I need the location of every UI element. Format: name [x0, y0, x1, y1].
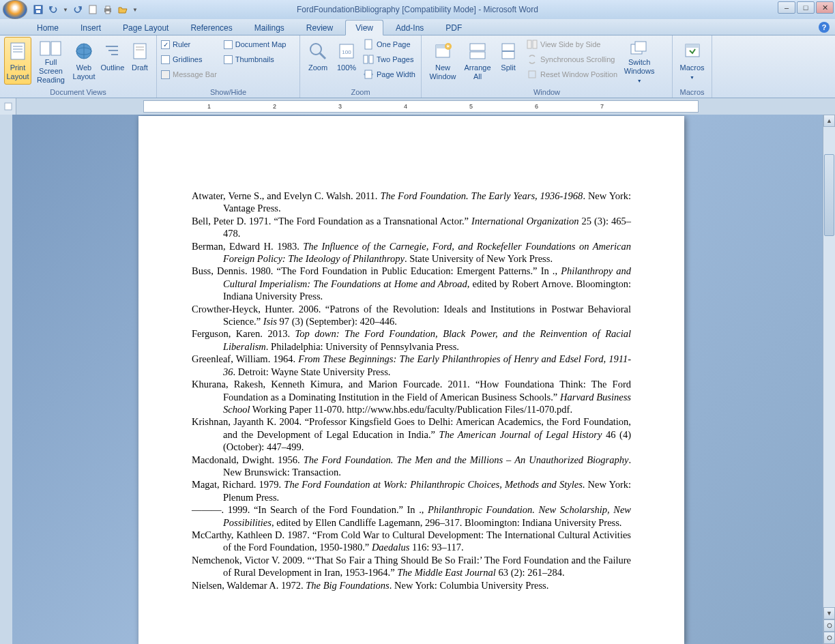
bibliography-entry[interactable]: McCarthy, Kathleen D. 1987. “From Cold W…: [192, 529, 631, 554]
undo-dropdown-icon[interactable]: ▼: [63, 7, 68, 13]
scroll-down-button[interactable]: ▼: [823, 607, 835, 619]
switch-windows-button[interactable]: Switch Windows ▼: [620, 37, 658, 85]
gridlines-checkbox[interactable]: Gridlines: [161, 52, 217, 67]
minimize-button[interactable]: –: [778, 1, 795, 14]
tab-addins[interactable]: Add-Ins: [386, 20, 433, 35]
document-map-checkbox[interactable]: Document Map: [224, 37, 287, 52]
switch-windows-label: Switch Windows ▼: [621, 58, 658, 85]
ruler-corner[interactable]: [0, 98, 16, 115]
tab-insert[interactable]: Insert: [71, 20, 111, 35]
bibliography-entry[interactable]: Magat, Richard. 1979. The Ford Foundatio…: [192, 478, 631, 503]
document-page[interactable]: Atwater, Verne S., and Evelyn C. Walsh. …: [138, 116, 684, 644]
page-width-button[interactable]: Page Width: [362, 67, 417, 82]
zoom-100-button[interactable]: 100 100%: [333, 37, 360, 85]
group-macros: Macros ▼ Macros: [673, 35, 712, 98]
tab-home[interactable]: Home: [27, 20, 68, 35]
side-by-side-icon: [527, 39, 538, 50]
web-layout-icon: [73, 40, 95, 62]
ribbon: Print Layout Full Screen Reading Web Lay…: [0, 35, 835, 98]
scroll-track[interactable]: [823, 127, 835, 607]
arrange-all-button[interactable]: Arrange All: [461, 37, 494, 85]
outline-button[interactable]: Outline: [99, 37, 126, 85]
scroll-thumb[interactable]: [824, 154, 834, 236]
web-layout-label: Web Layout: [71, 63, 97, 81]
split-label: Split: [501, 63, 515, 72]
svg-rect-39: [533, 40, 537, 48]
one-page-button[interactable]: One Page: [362, 37, 417, 52]
window-title: FordFoundationBibliography [Compatibilit…: [297, 5, 538, 14]
ruler-checkbox[interactable]: ✓Ruler: [161, 37, 217, 52]
close-button[interactable]: ✕: [816, 1, 834, 14]
print-layout-icon: [7, 40, 29, 62]
vertical-scrollbar[interactable]: ▲ ▼: [823, 115, 835, 644]
svg-rect-29: [365, 70, 372, 78]
full-screen-reading-button[interactable]: Full Screen Reading: [33, 37, 69, 85]
svg-rect-7: [11, 43, 25, 59]
svg-rect-19: [134, 44, 146, 59]
print-layout-button[interactable]: Print Layout: [4, 37, 31, 85]
help-icon[interactable]: ?: [819, 22, 830, 33]
bibliography-entry[interactable]: Atwater, Verne S., and Evelyn C. Walsh. …: [192, 190, 631, 215]
save-icon[interactable]: [33, 4, 44, 15]
macros-button[interactable]: Macros ▼: [677, 37, 707, 85]
group-label-document-views: Document Views: [0, 88, 156, 96]
svg-rect-27: [364, 55, 368, 63]
qat-customize-icon[interactable]: ▼: [132, 7, 138, 13]
print-icon[interactable]: [102, 4, 113, 15]
gridlines-label: Gridlines: [173, 55, 202, 63]
bibliography-entry[interactable]: Nielsen, Waldemar A. 1972. The Big Found…: [192, 579, 631, 591]
svg-point-47: [827, 636, 832, 640]
bibliography-entry[interactable]: Krishnan, Jayanth K. 2004. “Professor Ki…: [192, 415, 631, 453]
open-icon[interactable]: [117, 4, 128, 15]
zoom-button[interactable]: Zoom: [304, 37, 332, 85]
svg-line-23: [320, 53, 325, 59]
bibliography-entry[interactable]: Berman, Edward H. 1983. The Influence of…: [192, 240, 631, 265]
split-button[interactable]: Split: [495, 37, 521, 85]
horizontal-ruler[interactable]: 1234567: [143, 100, 699, 113]
bibliography-entry[interactable]: Greenleaf, William. 1964. From These Beg…: [192, 353, 631, 378]
previous-page-button[interactable]: [823, 619, 835, 632]
full-screen-label: Full Screen Reading: [33, 58, 68, 85]
web-layout-button[interactable]: Web Layout: [70, 37, 98, 85]
tab-review[interactable]: Review: [297, 20, 342, 35]
undo-icon[interactable]: [48, 4, 59, 15]
bibliography-entry[interactable]: Khurana, Rakesh, Kenneth Kimura, and Mar…: [192, 378, 631, 415]
bibliography-entry[interactable]: ———. 1999. “In Search of the Ford Founda…: [192, 503, 631, 529]
new-window-button[interactable]: ✶ New Window: [426, 37, 460, 85]
tab-references[interactable]: References: [181, 20, 241, 35]
macros-label: Macros ▼: [677, 63, 707, 81]
bibliography-entry[interactable]: Crowther-Heyck, Hunter. 2006. “Patrons o…: [192, 303, 631, 328]
full-screen-icon: [40, 40, 61, 57]
group-window: ✶ New Window Arrange All Split View Side…: [422, 35, 673, 98]
vertical-ruler[interactable]: [0, 115, 12, 644]
svg-rect-11: [40, 42, 50, 55]
tab-view[interactable]: View: [345, 20, 383, 35]
group-label-show-hide: Show/Hide: [157, 88, 299, 96]
svg-rect-45: [5, 103, 12, 110]
print-layout-label: Print Layout: [5, 63, 31, 81]
bibliography-entry[interactable]: Bell, Peter D. 1971. “The Ford Foundatio…: [192, 215, 631, 240]
svg-text:✶: ✶: [445, 43, 451, 50]
message-bar-label: Message Bar: [173, 70, 217, 78]
dropdown-icon: ▼: [690, 75, 694, 80]
thumbnails-checkbox[interactable]: Thumbnails: [224, 52, 287, 67]
bibliography-entry[interactable]: Macdonald, Dwight. 1956. The Ford Founda…: [192, 454, 631, 479]
tab-mailings[interactable]: Mailings: [245, 20, 294, 35]
bibliography-entry[interactable]: Nemchenok, Victor V. 2009. “‘That So Fai…: [192, 554, 631, 579]
zoom-100-icon: 100: [336, 40, 357, 62]
next-page-button[interactable]: [823, 632, 835, 644]
one-page-icon: [363, 39, 374, 50]
maximize-button[interactable]: □: [797, 1, 815, 14]
office-button[interactable]: [3, 0, 27, 19]
draft-button[interactable]: Draft: [128, 37, 152, 85]
page-width-icon: [363, 69, 374, 80]
two-pages-button[interactable]: Two Pages: [362, 52, 417, 67]
redo-icon[interactable]: [72, 4, 83, 15]
new-icon[interactable]: [87, 4, 98, 15]
tab-page-layout[interactable]: Page Layout: [113, 20, 178, 35]
bibliography-entry[interactable]: Ferguson, Karen. 2013. Top down: The For…: [192, 327, 631, 353]
scroll-up-button[interactable]: ▲: [823, 115, 835, 127]
tab-pdf[interactable]: PDF: [436, 20, 471, 35]
svg-rect-1: [35, 6, 41, 9]
bibliography-entry[interactable]: Buss, Dennis. 1980. “The Ford Foundation…: [192, 265, 631, 302]
